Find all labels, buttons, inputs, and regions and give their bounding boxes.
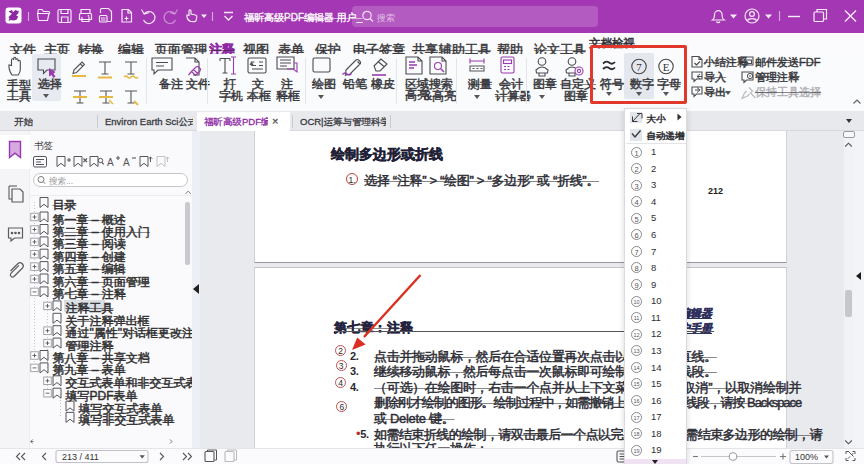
svg-text:A: A (123, 157, 130, 168)
svg-text:A: A (107, 157, 114, 168)
